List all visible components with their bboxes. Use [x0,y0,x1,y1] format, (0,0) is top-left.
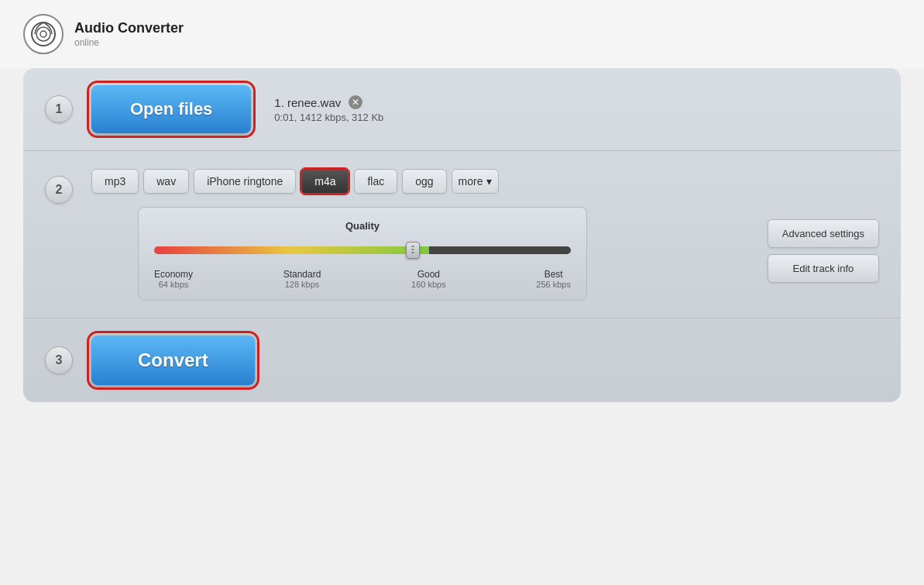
economy-label: Economy [154,269,193,280]
quality-label-best: Best 256 kbps [536,269,571,289]
step-3-circle: 3 [45,346,73,374]
app-title-block: Audio Converter online [74,20,184,48]
good-label: Good [411,269,446,280]
file-info: 1. renee.wav ✕ 0:01, 1412 kbps, 312 Kb [274,95,383,123]
open-files-button[interactable]: Open files [91,85,251,133]
quality-label-standard: Standard 128 kbps [283,269,321,289]
more-chevron-icon: ▾ [486,175,492,188]
quality-labels: Economy 64 kbps Standard 128 kbps Good 1… [154,269,571,289]
step-1-circle: 1 [45,95,73,123]
main-container: 1 Open files 1. renee.wav ✕ 0:01, 1412 k… [23,68,901,402]
format-buttons-row: mp3 wav iPhone ringtone m4a flac ogg mor… [91,168,879,194]
format-btn-iphone[interactable]: iPhone ringtone [194,169,296,194]
good-kbps: 160 kbps [411,280,446,289]
format-btn-ogg[interactable]: ogg [402,169,446,194]
standard-kbps: 128 kbps [283,280,321,289]
quality-title: Quality [154,220,571,232]
remove-file-icon[interactable]: ✕ [349,95,362,109]
quality-track [154,246,571,254]
quality-thumb[interactable] [406,242,420,259]
section-3: 3 Convert [23,318,901,402]
section-1: 1 Open files 1. renee.wav ✕ 0:01, 1412 k… [23,68,901,150]
section-2: 2 mp3 wav iPhone ringtone m4a flac ogg m… [23,150,901,318]
app-subtitle: online [74,37,184,48]
app-logo [23,14,64,54]
format-btn-mp3[interactable]: mp3 [91,169,139,194]
edit-track-info-button[interactable]: Edit track info [768,254,879,283]
svg-point-2 [40,31,46,37]
svg-point-1 [36,27,50,41]
format-btn-flac[interactable]: flac [354,169,397,194]
standard-label: Standard [283,269,321,280]
quality-panel: Quality Economy 64 kbps Standard 128 kbp… [138,207,587,301]
convert-button[interactable]: Convert [91,336,255,385]
app-title: Audio Converter [74,20,184,37]
header: Audio Converter online [0,0,924,68]
best-kbps: 256 kbps [536,280,571,289]
side-buttons: Advanced settings Edit track info [768,219,879,283]
best-label: Best [536,269,571,280]
format-content: mp3 wav iPhone ringtone m4a flac ogg mor… [91,168,879,301]
format-more-select[interactable]: more ▾ [452,169,499,194]
format-buttons: mp3 wav iPhone ringtone m4a flac ogg mor… [91,168,499,194]
format-btn-wav[interactable]: wav [143,169,189,194]
file-name: 1. renee.wav [274,96,341,109]
quality-slider[interactable] [154,241,571,260]
quality-label-economy: Economy 64 kbps [154,269,193,289]
file-meta: 0:01, 1412 kbps, 312 Kb [274,112,383,123]
quality-label-good: Good 160 kbps [411,269,446,289]
more-label: more [459,175,483,188]
format-btn-m4a[interactable]: m4a [301,168,349,194]
step-2-circle: 2 [45,176,73,204]
quality-section: Quality Economy 64 kbps Standard 128 kbp… [138,207,879,301]
advanced-settings-button[interactable]: Advanced settings [768,219,879,248]
economy-kbps: 64 kbps [154,280,193,289]
